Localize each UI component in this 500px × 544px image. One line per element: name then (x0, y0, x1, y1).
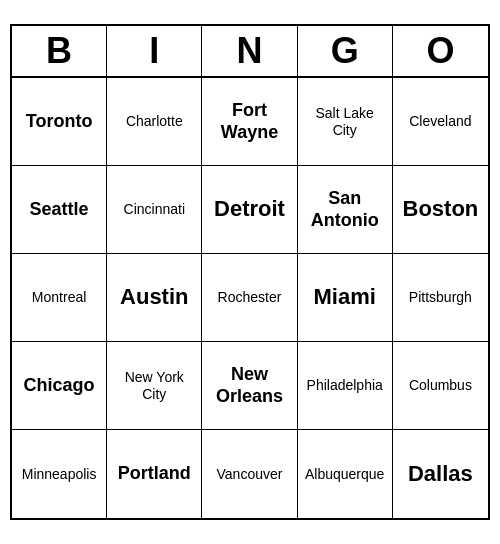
bingo-cell: Chicago (12, 342, 107, 430)
bingo-cell: San Antonio (298, 166, 393, 254)
bingo-cell: Seattle (12, 166, 107, 254)
bingo-header: BINGO (12, 26, 488, 78)
bingo-card: BINGO TorontoCharlotteFort WayneSalt Lak… (10, 24, 490, 520)
bingo-cell: Charlotte (107, 78, 202, 166)
bingo-cell: Philadelphia (298, 342, 393, 430)
header-letter: B (12, 26, 107, 76)
bingo-cell: Columbus (393, 342, 488, 430)
bingo-cell: New York City (107, 342, 202, 430)
bingo-cell: Cincinnati (107, 166, 202, 254)
bingo-cell: Minneapolis (12, 430, 107, 518)
bingo-cell: New Orleans (202, 342, 297, 430)
header-letter: I (107, 26, 202, 76)
bingo-cell: Pittsburgh (393, 254, 488, 342)
bingo-cell: Portland (107, 430, 202, 518)
bingo-cell: Austin (107, 254, 202, 342)
bingo-cell: Montreal (12, 254, 107, 342)
bingo-grid: TorontoCharlotteFort WayneSalt Lake City… (12, 78, 488, 518)
bingo-cell: Cleveland (393, 78, 488, 166)
bingo-cell: Dallas (393, 430, 488, 518)
bingo-cell: Albuquerque (298, 430, 393, 518)
header-letter: N (202, 26, 297, 76)
bingo-cell: Fort Wayne (202, 78, 297, 166)
bingo-cell: Boston (393, 166, 488, 254)
bingo-cell: Vancouver (202, 430, 297, 518)
header-letter: O (393, 26, 488, 76)
bingo-cell: Rochester (202, 254, 297, 342)
bingo-cell: Toronto (12, 78, 107, 166)
bingo-cell: Salt Lake City (298, 78, 393, 166)
bingo-cell: Detroit (202, 166, 297, 254)
bingo-cell: Miami (298, 254, 393, 342)
header-letter: G (298, 26, 393, 76)
